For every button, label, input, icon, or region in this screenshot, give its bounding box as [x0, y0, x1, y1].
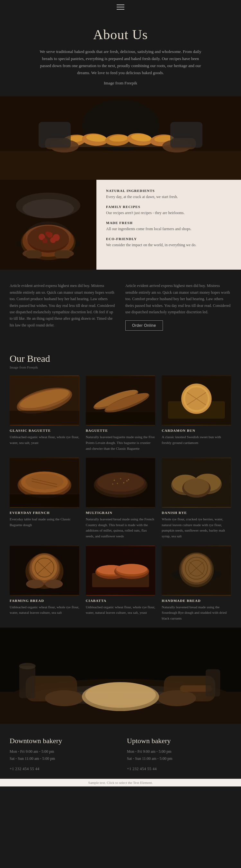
svg-point-69 — [120, 478, 121, 479]
bread-img-danish-rye — [162, 458, 231, 507]
bread-img-farming-bread — [10, 546, 79, 595]
bread-name-multigrain: MULTIGRAIN — [86, 511, 156, 515]
about-image-credit: Image from Freepik — [38, 80, 203, 87]
feature-title-3: MADE FRESH — [106, 221, 231, 225]
bakery-bottom-svg — [0, 627, 241, 724]
svg-rect-42 — [10, 411, 79, 425]
svg-point-118 — [157, 690, 196, 706]
bread-name-farming-bread: FARMING BREAD — [10, 599, 79, 602]
feature-item-4: ECO-FRIENDLY We consider the impact on t… — [106, 237, 231, 248]
downtown-hours1: Mon - Fri 9:00 am - 5:00 pm — [10, 748, 114, 755]
bread-item-baguette: BAGUETTE Naturally leavened baguette mad… — [86, 376, 156, 451]
bread-name-everyday-french: EVERYDAY FRENCH — [10, 511, 79, 515]
features-image — [0, 180, 97, 270]
features-section: NATURAL INGREDIENTS Every day, at the cr… — [0, 180, 241, 270]
bread-img-handmade-bread — [162, 546, 231, 595]
uptown-title: Uptown bakery — [127, 737, 231, 745]
sample-text-label: Sample text. Click to select the Text El… — [88, 781, 153, 784]
feature-text-3: All our ingredients come from local farm… — [106, 226, 231, 232]
feature-title-1: NATURAL INGREDIENTS — [106, 189, 231, 193]
svg-point-67 — [97, 473, 144, 492]
bread-desc-handmade-bread: Naturally leavened bread made using the … — [162, 604, 231, 621]
bread-name-danish-rye: DANISH RYE — [162, 511, 231, 515]
bread-name-baguette: BAGUETTE — [86, 429, 156, 432]
bread-section: Our Bread Image from Freepik GLASSIC BAG… — [0, 340, 241, 627]
article-left: Article evident arrived express highest … — [10, 282, 116, 331]
tart-svg — [0, 180, 97, 270]
bread-name-handmade-bread: HANDMADE BREAD — [162, 599, 231, 602]
article-section: Article evident arrived express highest … — [0, 270, 241, 340]
article-right: Article evident arrived express highest … — [125, 282, 231, 331]
navigation — [0, 0, 241, 14]
hero-svg — [0, 96, 241, 180]
svg-point-99 — [116, 564, 147, 574]
downtown-phone: +1 232 454 55 44 — [10, 766, 114, 773]
bread-img-ciabatta — [86, 546, 156, 595]
downtown-hours2: Sat - Sun 11:00 am - 5:00 pm — [10, 755, 114, 763]
bread-grid: GLASSIC BAGUETTE Unbleached organic whea… — [10, 376, 231, 621]
svg-point-90 — [26, 580, 44, 588]
svg-point-72 — [123, 482, 124, 484]
bread-item-glassic-baguette: GLASSIC BAGUETTE Unbleached organic whea… — [10, 376, 79, 451]
svg-point-116 — [45, 690, 84, 706]
svg-rect-48 — [86, 412, 156, 425]
bakery-bottom-image — [0, 627, 241, 724]
uptown-hours1: Mon - Fri 9:00 am - 5:00 pm — [127, 748, 231, 755]
bread-item-handmade-bread: HANDMADE BREAD Naturally leavened bread … — [162, 546, 231, 621]
uptown-hours2: Sat - Sun 11:00 am - 5:00 pm — [127, 755, 231, 763]
svg-rect-18 — [38, 122, 71, 148]
features-info: NATURAL INGREDIENTS Every day, at the cr… — [97, 180, 241, 270]
article-left-text: Article evident arrived express highest … — [10, 282, 116, 329]
feature-text-4: We consider the impact on the world, in … — [106, 242, 231, 248]
bread-name-ciabatta: CIABATTA — [86, 599, 156, 602]
svg-point-71 — [117, 483, 118, 484]
bread-img-cardamon-bun — [162, 376, 231, 425]
about-title: About Us — [38, 27, 203, 42]
svg-point-33 — [26, 221, 71, 250]
uptown-phone: +1 232 454 55 44 — [127, 766, 231, 773]
svg-point-120 — [85, 682, 156, 708]
svg-rect-122 — [19, 666, 35, 698]
bread-item-danish-rye: DANISH RYE Whole rye flour, cracked rye … — [162, 458, 231, 539]
bread-desc-everyday-french: Everyday table loaf made using the Class… — [10, 517, 79, 528]
svg-point-70 — [126, 480, 128, 482]
svg-rect-36 — [26, 250, 42, 258]
svg-rect-37 — [55, 250, 71, 258]
sample-text-bar[interactable]: Sample text. Click to select the Text El… — [0, 779, 241, 786]
bread-item-farming-bread: FARMING BREAD Unbleached organic wheat f… — [10, 546, 79, 621]
feature-title-4: ECO-FRIENDLY — [106, 237, 231, 241]
svg-point-22 — [23, 199, 74, 218]
bread-name-cardamon-bun: CARDAMON BUN — [162, 429, 231, 432]
hamburger-menu[interactable] — [117, 4, 124, 10]
svg-point-68 — [113, 479, 115, 481]
bread-name-glassic-baguette: GLASSIC BAGUETTE — [10, 429, 79, 432]
svg-rect-124 — [206, 669, 220, 696]
downtown-bakery: Downtown bakery Mon - Fri 9:00 am - 5:00… — [10, 737, 114, 772]
svg-point-81 — [184, 478, 209, 495]
bread-img-everyday-french — [10, 458, 79, 507]
bread-desc-glassic-baguette: Unbleached organic wheat flour, whole ry… — [10, 434, 79, 445]
svg-rect-1 — [0, 151, 241, 180]
uptown-bakery: Uptown bakery Mon - Fri 9:00 am - 5:00 p… — [127, 737, 231, 772]
feature-item-1: NATURAL INGREDIENTS Every day, at the cr… — [106, 189, 231, 200]
bread-item-everyday-french: EVERYDAY FRENCH Everyday table loaf made… — [10, 458, 79, 539]
bread-desc-farming-bread: Unbleached organic wheat flour, whole ry… — [10, 604, 79, 616]
bread-section-title: Our Bread — [10, 353, 231, 364]
bread-desc-ciabatta: Unbleached organic wheat flour, whole ry… — [86, 604, 156, 616]
footer-locations: Downtown bakery Mon - Fri 9:00 am - 5:00… — [0, 724, 241, 779]
hero-image — [0, 96, 241, 180]
bread-desc-danish-rye: Whole rye flour, cracked rye berries, wa… — [162, 517, 231, 539]
bread-item-ciabatta: CIABATTA Unbleached organic wheat flour,… — [86, 546, 156, 621]
bread-section-credit: Image from Freepik — [10, 365, 231, 369]
about-section: About Us We serve traditional baked good… — [0, 14, 241, 96]
order-online-button[interactable]: Order Online — [125, 320, 163, 331]
bread-desc-multigrain: Naturally leavened bread made using the … — [86, 517, 156, 539]
downtown-title: Downtown bakery — [10, 737, 114, 745]
bread-desc-cardamon-bun: A classic knotted Swedish sweet bun with… — [162, 434, 231, 445]
feature-item-3: MADE FRESH All our ingredients come from… — [106, 221, 231, 232]
article-right-text: Article evident arrived express highest … — [125, 282, 231, 315]
bread-item-multigrain: MULTIGRAIN Naturally leavened bread made… — [86, 458, 156, 539]
bread-img-multigrain — [86, 458, 156, 507]
hero-image-inner — [0, 96, 241, 180]
bread-item-cardamon-bun: CARDAMON BUN A classic knotted Swedish s… — [162, 376, 231, 451]
